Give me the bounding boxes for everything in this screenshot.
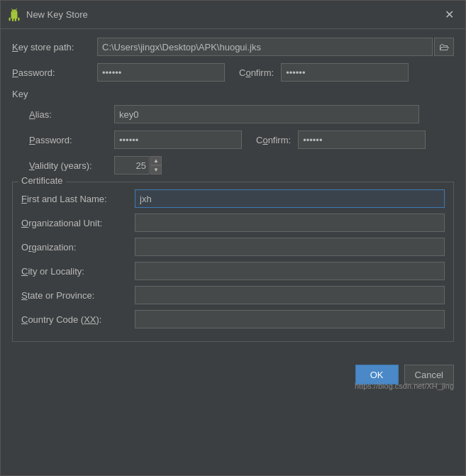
cert-label-3: City or Locality: [21, 266, 135, 277]
password-input[interactable] [97, 63, 225, 82]
folder-icon: 🗁 [439, 41, 449, 52]
dialog-title: New Key Store [26, 9, 88, 20]
confirm-label: Confirm: [239, 67, 274, 78]
cert-city-input[interactable] [135, 262, 445, 280]
cert-row-2: Organization: [21, 238, 445, 256]
cert-row-3: City or Locality: [21, 262, 445, 280]
certificate-group: Certificate First and Last Name: Organiz… [12, 182, 454, 342]
cert-label-5: Country Code (XX): [21, 314, 135, 325]
validity-input[interactable] [114, 156, 150, 175]
validity-spinner: ▲ ▼ [114, 156, 162, 175]
key-password-label: Password: [29, 135, 114, 145]
content-area: Key store path: 🗁 Password: Confirm: Key… [1, 29, 465, 358]
cert-label-1: Organizational Unit: [21, 218, 135, 228]
alias-row: Alias: [12, 105, 454, 123]
password-row: Password: Confirm: [12, 63, 454, 82]
titlebar-left: New Key Store [8, 9, 88, 21]
key-section: Key Alias: Password: Confirm: Validity (… [12, 89, 454, 342]
footer-url: https://blog.csdn.net/XH_jing [1, 380, 465, 392]
cert-label-4: State or Province: [21, 290, 135, 301]
alias-label: Alias: [29, 109, 114, 120]
key-confirm-password-input[interactable] [298, 131, 426, 149]
cert-label-2: Organization: [21, 242, 135, 253]
key-password-row: Password: Confirm: [12, 131, 454, 149]
validity-label: Validity (years): [29, 160, 114, 171]
key-section-label: Key [12, 89, 454, 99]
cert-country-input[interactable] [135, 310, 445, 328]
spinner-up-button[interactable]: ▲ [150, 156, 162, 165]
keystore-path-row: Key store path: 🗁 [12, 38, 454, 56]
spinner-down-button[interactable]: ▼ [150, 165, 162, 175]
cert-org-input[interactable] [135, 238, 445, 256]
close-button[interactable]: ✕ [440, 6, 458, 23]
keystore-path-input[interactable] [97, 38, 433, 56]
dialog-new-key-store: New Key Store ✕ Key store path: 🗁 Passwo… [0, 0, 466, 476]
alias-input[interactable] [114, 105, 419, 123]
key-password-input[interactable] [114, 131, 242, 149]
cert-first-last-name-input[interactable] [135, 189, 445, 208]
confirm-password-input[interactable] [281, 63, 409, 82]
cert-row-1: Organizational Unit: [21, 214, 445, 232]
footer: OK Cancel https://blog.csdn.net/XH_jing [1, 358, 465, 392]
password-label: Password: [12, 67, 97, 78]
cert-row-5: Country Code (XX): [21, 310, 445, 328]
validity-row: Validity (years): ▲ ▼ [12, 156, 454, 175]
android-icon [8, 9, 21, 21]
titlebar: New Key Store ✕ [1, 1, 465, 29]
cert-org-unit-input[interactable] [135, 214, 445, 232]
keystore-path-label: Key store path: [12, 42, 97, 52]
cert-row-4: State or Province: [21, 286, 445, 304]
certificate-legend: Certificate [18, 175, 66, 186]
cert-row-0: First and Last Name: [21, 189, 445, 208]
cert-label-0: First and Last Name: [21, 194, 135, 204]
cert-state-input[interactable] [135, 286, 445, 304]
spinner-buttons: ▲ ▼ [150, 156, 162, 175]
key-confirm-label: Confirm: [256, 135, 291, 145]
browse-folder-button[interactable]: 🗁 [434, 38, 454, 56]
